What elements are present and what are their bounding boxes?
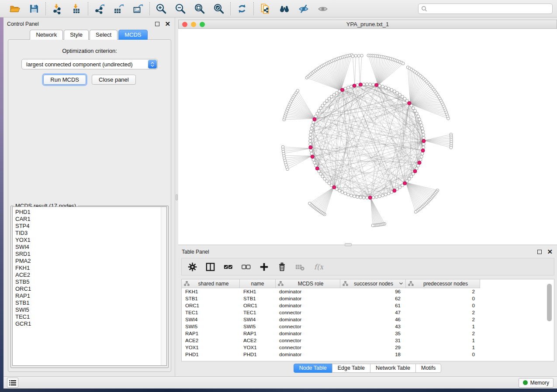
list-item[interactable]: SWI5 xyxy=(15,306,166,313)
zoom-in-button[interactable] xyxy=(155,3,167,15)
table-row[interactable]: TEC1TEC1connector472 xyxy=(182,309,554,316)
list-item[interactable]: TEC1 xyxy=(15,313,166,320)
list-item[interactable]: TID3 xyxy=(15,230,166,237)
column-header-shared-name[interactable]: shared name xyxy=(182,279,240,288)
add-column-button[interactable] xyxy=(258,261,270,273)
network-view[interactable] xyxy=(178,29,557,244)
run-mcds-button[interactable]: Run MCDS xyxy=(43,75,86,85)
table-row[interactable]: ACE2ACE2connector311 xyxy=(182,337,554,344)
export-network-button[interactable] xyxy=(93,3,106,15)
close-panel-icon[interactable]: ✕ xyxy=(165,22,170,26)
criterion-select[interactable]: largest connected component (undirected) xyxy=(21,59,158,69)
column-header-name[interactable]: name xyxy=(240,279,276,288)
show-graphics-details-button[interactable] xyxy=(317,3,329,15)
float-panel-icon[interactable] xyxy=(155,22,159,26)
zoom-selected-button[interactable] xyxy=(213,3,225,15)
tab-mcds[interactable]: MCDS xyxy=(118,30,147,40)
table-cell: RAP1 xyxy=(182,331,240,336)
deselect-all-rows-button[interactable] xyxy=(240,261,252,273)
column-header-predecessor-nodes[interactable]: predecessor nodes xyxy=(406,279,480,288)
list-item[interactable]: ACE2 xyxy=(15,272,166,279)
table-row[interactable]: SWI5SWI5connector431 xyxy=(182,323,554,330)
open-file-button[interactable] xyxy=(9,3,21,15)
close-window-icon[interactable] xyxy=(182,22,187,27)
search-box[interactable] xyxy=(418,3,553,14)
toolbar-group xyxy=(254,3,334,15)
refresh-network-button[interactable] xyxy=(236,3,248,15)
list-item[interactable]: RAP1 xyxy=(15,292,166,299)
tab-network-table[interactable]: Network Table xyxy=(370,364,416,373)
table-settings-button[interactable] xyxy=(186,261,198,273)
list-scrollbar[interactable] xyxy=(161,207,166,365)
tab-style[interactable]: Style xyxy=(64,30,89,40)
list-item[interactable]: GCR1 xyxy=(15,320,166,327)
table-cell: PHD1 xyxy=(182,352,240,357)
table-row[interactable]: ORC1ORC1dominator610 xyxy=(182,302,554,309)
tab-node-table[interactable]: Node Table xyxy=(294,364,332,373)
function-builder-icon: f(x) xyxy=(312,261,323,272)
memory-button[interactable]: Memory xyxy=(519,378,554,388)
splitter-grip[interactable] xyxy=(345,243,352,246)
tab-select[interactable]: Select xyxy=(90,30,118,40)
find-button[interactable] xyxy=(278,3,291,15)
maximize-window-icon[interactable] xyxy=(200,22,205,27)
table-cell: 2 xyxy=(406,317,480,322)
table-row[interactable]: SWI4SWI4dominator462 xyxy=(182,316,554,323)
list-item[interactable]: CAR1 xyxy=(15,216,166,223)
table-cell: 96 xyxy=(340,289,406,294)
column-header-successor-nodes[interactable]: successor nodes xyxy=(340,279,406,288)
table-cell: FKH1 xyxy=(182,289,240,294)
horizontal-splitter[interactable] xyxy=(178,244,557,245)
tab-edge-table[interactable]: Edge Table xyxy=(332,364,370,373)
list-item[interactable]: SWI4 xyxy=(15,244,166,251)
criterion-value: largest connected component (undirected) xyxy=(26,61,133,68)
table-cell: dominator xyxy=(276,289,340,294)
tab-motifs[interactable]: Motifs xyxy=(415,364,441,373)
select-all-rows-button[interactable] xyxy=(222,261,234,273)
select-stepper-icon[interactable] xyxy=(148,60,157,69)
table-row[interactable]: RAP1RAP1dominator352 xyxy=(182,330,554,337)
close-panel-icon[interactable]: ✕ xyxy=(547,250,553,254)
table-scrollbar[interactable] xyxy=(547,284,552,321)
list-item[interactable]: PMA2 xyxy=(15,258,166,265)
import-network-button[interactable] xyxy=(51,3,63,15)
float-panel-icon[interactable] xyxy=(537,250,542,254)
mcds-result-list[interactable]: PHD1CAR1STP4TID3YOX1SWI4SRD1PMA2FKH1ACE2… xyxy=(12,206,167,366)
column-header-MCDS-role[interactable]: MCDS role xyxy=(276,279,340,288)
network-graph[interactable] xyxy=(178,29,557,244)
close-panel-button[interactable]: Close panel xyxy=(92,75,136,85)
table-cell: 61 xyxy=(340,303,406,308)
table-row[interactable]: PHD1PHD1dominator180 xyxy=(182,351,554,358)
search-input[interactable] xyxy=(429,6,550,12)
hide-graphics-details-button[interactable] xyxy=(298,3,310,15)
table-row[interactable]: YOX1YOX1connector291 xyxy=(182,344,554,351)
list-item[interactable]: STP4 xyxy=(15,223,166,230)
import-table-button[interactable] xyxy=(70,3,83,15)
table-row[interactable]: STB1STB1dominator620 xyxy=(182,295,554,302)
control-panel: Control Panel ✕ NetworkStyleSelectMCDS O… xyxy=(3,17,175,376)
list-item[interactable]: STB1 xyxy=(15,299,166,306)
export-table-button[interactable] xyxy=(113,3,125,15)
list-item[interactable]: STB5 xyxy=(15,279,166,285)
clone-network-button[interactable] xyxy=(259,3,271,15)
list-item[interactable]: SRD1 xyxy=(15,251,166,258)
splitter-grip[interactable] xyxy=(176,194,178,200)
list-item[interactable]: YOX1 xyxy=(15,237,166,244)
table-row[interactable]: FKH1FKH1dominator962 xyxy=(182,288,554,295)
table-cell: 31 xyxy=(340,338,406,343)
task-history-button[interactable] xyxy=(7,378,18,388)
export-table-icon xyxy=(113,3,125,14)
save-session-button[interactable] xyxy=(28,3,40,15)
list-item[interactable]: ORC1 xyxy=(15,285,166,292)
export-image-button[interactable] xyxy=(132,3,144,15)
tab-network[interactable]: Network xyxy=(30,30,63,40)
network-window-titlebar[interactable]: YPA_prune.txt_1 xyxy=(178,20,557,29)
column-visibility-button[interactable] xyxy=(204,261,216,273)
minimize-window-icon[interactable] xyxy=(191,22,196,27)
list-item[interactable]: FKH1 xyxy=(15,265,166,272)
vertical-splitter[interactable] xyxy=(175,17,178,376)
list-item[interactable]: PHD1 xyxy=(15,209,166,216)
delete-columns-button[interactable] xyxy=(276,261,288,273)
zoom-fit-button[interactable] xyxy=(194,3,206,15)
zoom-out-button[interactable] xyxy=(174,3,187,15)
